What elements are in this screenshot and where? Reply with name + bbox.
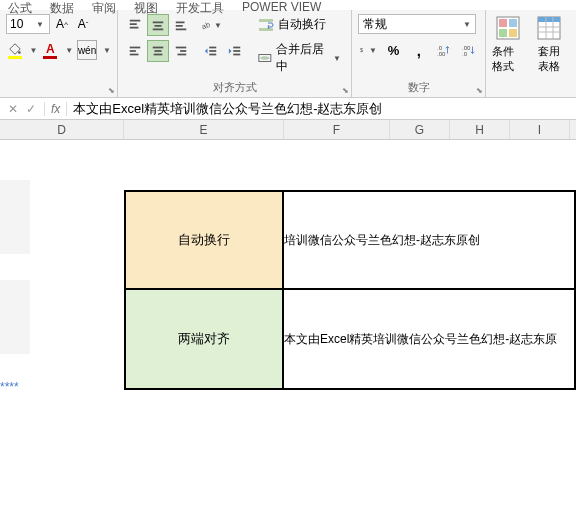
svg-rect-16	[154, 54, 163, 56]
chevron-down-icon[interactable]: ▼	[36, 20, 44, 29]
svg-rect-19	[178, 54, 187, 56]
fx-label[interactable]: fx	[44, 102, 67, 116]
svg-rect-1	[130, 20, 141, 22]
number-group-label: 数字	[358, 78, 479, 95]
dialog-launcher-icon[interactable]: ⬊	[108, 86, 115, 95]
svg-rect-37	[509, 19, 517, 27]
chevron-down-icon[interactable]: ▼	[103, 46, 111, 55]
col-header-I[interactable]: I	[510, 120, 570, 139]
cell-value: 自动换行	[178, 231, 230, 249]
wrap-text-button[interactable]: 自动换行	[254, 14, 345, 35]
cancel-icon[interactable]: ✕	[8, 102, 18, 116]
chevron-down-icon[interactable]: ▼	[333, 54, 341, 63]
decrease-decimal-button[interactable]: .00.0	[460, 40, 479, 60]
decrease-font-button[interactable]: Aˇ	[74, 15, 92, 33]
font-size-value[interactable]	[10, 17, 34, 31]
orientation-icon: ab	[200, 18, 212, 32]
align-middle-icon	[151, 18, 165, 32]
svg-point-0	[18, 51, 21, 54]
cell-E-wrap[interactable]: 自动换行	[124, 190, 284, 290]
decrease-decimal-icon: .00.0	[462, 43, 476, 57]
conditional-format-icon	[494, 14, 522, 42]
chevron-down-icon[interactable]: ▼	[30, 46, 38, 55]
chevron-down-icon[interactable]: ▼	[65, 46, 73, 55]
svg-rect-11	[130, 47, 141, 49]
percent-button[interactable]: %	[384, 40, 403, 60]
align-middle-button[interactable]	[147, 14, 169, 36]
accounting-format-button[interactable]: $▼	[358, 40, 378, 60]
align-top-button[interactable]	[124, 14, 146, 36]
fill-color-button[interactable]	[6, 40, 24, 60]
svg-rect-18	[180, 50, 186, 52]
dialog-launcher-icon[interactable]: ⬊	[342, 86, 349, 95]
increase-indent-icon	[228, 44, 242, 58]
align-left-button[interactable]	[124, 40, 146, 62]
cell-F-justify[interactable]: 本文由Excel精英培训微信公众号兰色幻想-赵志东原	[284, 290, 576, 390]
svg-rect-13	[130, 54, 139, 56]
strip-box	[0, 280, 30, 354]
conditional-format-button[interactable]: 条件格式	[492, 14, 523, 74]
svg-rect-22	[209, 54, 216, 56]
col-header-E[interactable]: E	[124, 120, 284, 139]
align-right-icon	[174, 44, 188, 58]
font-group-label	[6, 93, 111, 95]
bucket-icon	[8, 42, 22, 56]
font-size-input[interactable]: ▼	[6, 14, 50, 34]
table-format-icon	[535, 14, 563, 42]
decrease-indent-button[interactable]	[200, 40, 222, 62]
svg-rect-12	[130, 50, 136, 52]
svg-text:$: $	[360, 47, 363, 53]
column-headers: D E F G H I	[0, 120, 576, 140]
alignment-group-label: 对齐方式	[124, 78, 345, 95]
table-format-label: 套用 表格	[538, 44, 560, 74]
svg-rect-7	[176, 22, 185, 24]
table-format-button[interactable]: 套用 表格	[533, 14, 564, 74]
svg-rect-23	[233, 47, 240, 49]
svg-text:.00: .00	[437, 50, 446, 57]
col-header-F[interactable]: F	[284, 120, 390, 139]
increase-decimal-button[interactable]: .0.00	[435, 40, 454, 60]
align-center-button[interactable]	[147, 40, 169, 62]
currency-icon: $	[359, 43, 367, 57]
number-format-dropdown[interactable]: 常规 ▼	[358, 14, 476, 34]
svg-rect-8	[176, 25, 183, 27]
align-right-button[interactable]	[170, 40, 192, 62]
svg-rect-3	[130, 27, 139, 29]
number-group: 常规 ▼ $▼ % , .0.00 .00.0 数字 ⬊	[352, 10, 486, 97]
worksheet-area[interactable]: **** 自动换行 培训微信公众号兰色幻想-赵志东原创 两端对齐 本文由Exce…	[0, 140, 576, 506]
phonetic-button[interactable]: wén	[77, 40, 97, 60]
align-bottom-button[interactable]	[170, 14, 192, 36]
svg-rect-20	[209, 47, 216, 49]
align-top-icon	[128, 18, 142, 32]
merge-center-button[interactable]: 合并后居中 ▼	[254, 39, 345, 77]
strip-box	[0, 180, 30, 254]
increase-font-button[interactable]: A^	[53, 15, 71, 33]
svg-rect-21	[209, 50, 216, 52]
formula-input[interactable]	[67, 101, 576, 116]
ribbon-tabs: 公式 数据 审阅 视图 开发工具 POWER VIEW	[0, 0, 576, 10]
cell-value: 培训微信公众号兰色幻想-赵志东原创	[284, 232, 480, 249]
svg-rect-26	[259, 19, 273, 22]
chevron-down-icon: ▼	[463, 20, 471, 29]
styles-group: 条件格式 套用 表格	[486, 10, 570, 97]
svg-rect-27	[259, 28, 273, 31]
align-bottom-icon	[174, 18, 188, 32]
col-header-G[interactable]: G	[390, 120, 450, 139]
col-header-H[interactable]: H	[450, 120, 510, 139]
number-format-value: 常规	[363, 16, 387, 33]
comma-button[interactable]: ,	[409, 40, 428, 60]
cell-E-justify[interactable]: 两端对齐	[124, 290, 284, 390]
cell-F-wrap[interactable]: 培训微信公众号兰色幻想-赵志东原创	[284, 190, 576, 290]
col-header-D[interactable]: D	[0, 120, 124, 139]
svg-rect-38	[499, 29, 507, 37]
svg-rect-36	[499, 19, 507, 27]
orientation-button[interactable]: ab▼	[200, 14, 222, 36]
merge-center-label: 合并后居中	[276, 41, 327, 75]
dialog-launcher-icon[interactable]: ⬊	[476, 86, 483, 95]
increase-indent-button[interactable]	[224, 40, 246, 62]
wrap-text-icon	[258, 17, 274, 33]
font-color-button[interactable]: A	[42, 40, 60, 60]
confirm-icon[interactable]: ✓	[26, 102, 36, 116]
align-left-icon	[128, 44, 142, 58]
svg-rect-5	[155, 25, 162, 27]
